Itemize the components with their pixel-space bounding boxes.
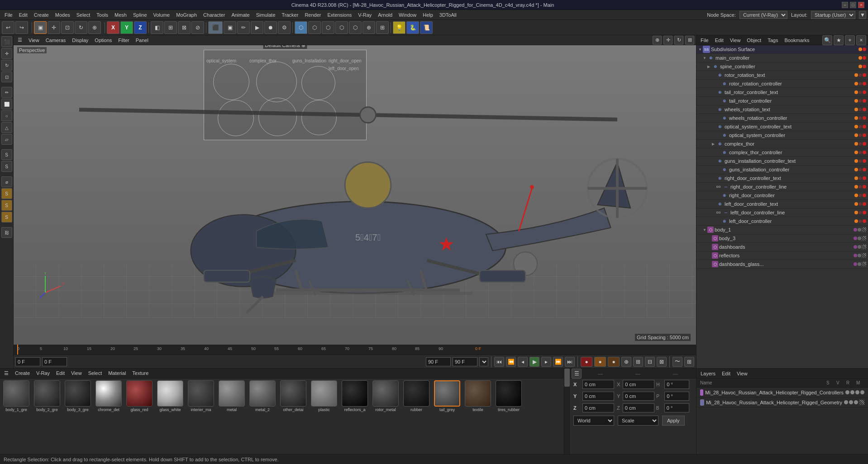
layer-row-geometry[interactable]: Mi_28_Havoc_Russian_Attack_Helicopter_Ri… (696, 398, 868, 407)
menu-help[interactable]: Help (420, 11, 436, 19)
tree-row-wheels-text[interactable]: ⊕ wheels_rotation_text ⊘ (696, 105, 868, 114)
select-rect-btn[interactable]: ▣ (34, 21, 47, 34)
mat-scrollbar[interactable] (564, 369, 569, 463)
mat-rotormetal[interactable]: rotor_metal (371, 380, 400, 461)
mat-textile[interactable]: textile (463, 380, 492, 461)
tl-current-frame[interactable] (15, 357, 40, 366)
tl-start-frame[interactable] (42, 357, 67, 366)
python-btn[interactable]: 🐍 (406, 21, 419, 34)
vp-menu-view[interactable]: View (26, 37, 42, 44)
tree-row-main-controller[interactable]: ▼ ⊕ main_controller (696, 54, 868, 62)
tl-key2[interactable]: ⊕ (621, 357, 631, 367)
mat-metal[interactable]: metal (217, 380, 246, 461)
menu-select[interactable]: Select (74, 11, 93, 19)
cam-play-btn[interactable]: ▶ (251, 21, 263, 34)
coord-x2-input[interactable] (623, 380, 654, 389)
cam-persp-btn[interactable]: ⬛ (208, 21, 223, 34)
tl-end-frame-field[interactable] (426, 357, 451, 366)
cam-paint-btn[interactable]: ✏ (237, 21, 250, 34)
tree-row-complex-thor[interactable]: ▶ ⊕ complex_thor ⊘ (696, 140, 868, 148)
vp-icon-expand[interactable]: ⊕ (653, 36, 662, 45)
mat-menu-select[interactable]: Select (86, 369, 105, 377)
view-cube-btn[interactable]: ⬡ (295, 21, 307, 34)
tree-row-dashboards[interactable]: ⬡ dashboards (696, 243, 868, 251)
coord-world-select[interactable]: World Object World (573, 416, 614, 426)
menu-modes[interactable]: Modes (52, 11, 73, 19)
view-front-btn[interactable]: ⬡ (335, 21, 348, 34)
node-space-select[interactable]: Current (V-Ray) (739, 11, 787, 19)
menu-character[interactable]: Character (200, 11, 228, 19)
mat-plastic[interactable]: plastic (310, 380, 339, 461)
mat-interierma[interactable]: interier_ma (186, 380, 215, 461)
lp-rotate[interactable]: ↻ (1, 60, 12, 71)
mat-rubber[interactable]: rubber (402, 380, 431, 461)
menu-volume[interactable]: Volume (151, 11, 173, 19)
tree-row-ldoor-ctrl[interactable]: ⊕ left_door_controller ⊘ (696, 217, 868, 226)
menu-edit[interactable]: Edit (16, 11, 30, 19)
menu-spline[interactable]: Spline (130, 11, 150, 19)
redo-btn[interactable]: ↪ (15, 21, 28, 34)
tl-prev-frame[interactable]: ⏪ (506, 357, 516, 367)
mat-otherdetai[interactable]: other_detai (279, 380, 308, 461)
tl-next-frame[interactable]: ⏩ (553, 357, 563, 367)
vp-menu-panel[interactable]: Panel (134, 37, 151, 44)
vp-icon-move[interactable]: ✛ (663, 36, 672, 45)
om-add-icon[interactable]: + (845, 35, 855, 45)
lp-spline[interactable]: S (1, 149, 12, 160)
tree-row-rotor-text[interactable]: ⊕ rotor_rotation_text ⊘ (696, 71, 868, 80)
tree-row-ldoor-line[interactable]: ─ leftt_door_controller_line ⊘ (696, 208, 868, 217)
tl-goto-end[interactable]: ⏭ (565, 357, 575, 367)
lp-scale[interactable]: ⊡ (1, 71, 12, 82)
mat-body1gre[interactable]: body_1_gre (2, 380, 31, 461)
magnet-btn[interactable]: ⊕ (362, 21, 375, 34)
menu-tracker[interactable]: Tracker (279, 11, 301, 19)
coord-b-input[interactable] (664, 403, 689, 412)
lp-spline2[interactable]: S (1, 161, 12, 172)
layers-menu-view[interactable]: View (734, 370, 750, 377)
mat-glasswhite[interactable]: glass_white (156, 380, 185, 461)
rotate-btn[interactable]: ↻ (75, 21, 87, 34)
lp-chain[interactable]: ⛓ (1, 227, 12, 238)
coord-y2-input[interactable] (623, 392, 654, 401)
tl-fps-select[interactable]: ▼ (479, 357, 488, 366)
menu-animate[interactable]: Animate (229, 11, 252, 19)
view-mode-btn[interactable]: ⬡ (349, 21, 362, 34)
obj-btn1[interactable]: ◧ (151, 21, 163, 34)
minimize-button[interactable]: − (842, 2, 848, 8)
menu-mesh[interactable]: Mesh (112, 11, 129, 19)
layout-select[interactable]: Startup (User) (811, 11, 855, 19)
tree-row-optical-ctrl[interactable]: ⊕ optical_system_controller ⊘ (696, 131, 868, 140)
tree-row-rdoor-line[interactable]: ─ right_door_controller_line ⊘ (696, 183, 868, 191)
coord-p-input[interactable] (664, 392, 689, 401)
mat-menu-toggle[interactable]: ☰ (2, 369, 11, 377)
obj-btn3[interactable]: ⊠ (178, 21, 191, 34)
tree-row-ldoor-text[interactable]: ⊕ left_door_controller_text ⊘ (696, 200, 868, 208)
tl-key-orange[interactable]: ● (594, 357, 606, 367)
scale-btn[interactable]: ⊡ (61, 21, 74, 34)
om-menu-edit[interactable]: Edit (713, 37, 726, 44)
vp-menu-cameras[interactable]: Cameras (43, 37, 68, 44)
mat-reflectorsa[interactable]: reflectors_a (340, 380, 369, 461)
menu-extensions[interactable]: Extensions (324, 11, 354, 19)
menu-create[interactable]: Create (31, 11, 52, 19)
tree-row-guns-ctrl[interactable]: ⊕ guns_installation_controller ⊘ (696, 166, 868, 174)
mat-body3gre[interactable]: body_3_gre (63, 380, 92, 461)
snapping-btn[interactable]: ⊞ (376, 21, 389, 34)
vp-menu-display[interactable]: Display (70, 37, 91, 44)
tree-row-spine-controller[interactable]: ▶ ⊕ spine_controller (696, 62, 868, 71)
tree-row-dashboards-glass[interactable]: ⬡ dashboards_glass... (696, 260, 868, 269)
layers-menu-edit[interactable]: Edit (720, 370, 733, 377)
z-axis-btn[interactable]: Z (134, 21, 147, 34)
obj-btn2[interactable]: ⊞ (164, 21, 177, 34)
universal-btn[interactable]: ⊕ (88, 21, 101, 34)
om-menu-file[interactable]: File (698, 37, 711, 44)
mat-glassred[interactable]: glass_red (125, 380, 154, 461)
tl-key4[interactable]: ⊟ (645, 357, 655, 367)
x-axis-btn[interactable]: X (107, 21, 119, 34)
mat-tailgrey[interactable]: tail_grey (433, 380, 462, 461)
tree-row-rdoor-ctrl[interactable]: ⊕ right_door_controller ⊘ (696, 191, 868, 200)
tl-fps-field[interactable] (453, 357, 477, 366)
light-btn[interactable]: 💡 (393, 21, 405, 34)
mat-metal2[interactable]: metal_2 (248, 380, 277, 461)
move-btn[interactable]: ✛ (48, 21, 60, 34)
